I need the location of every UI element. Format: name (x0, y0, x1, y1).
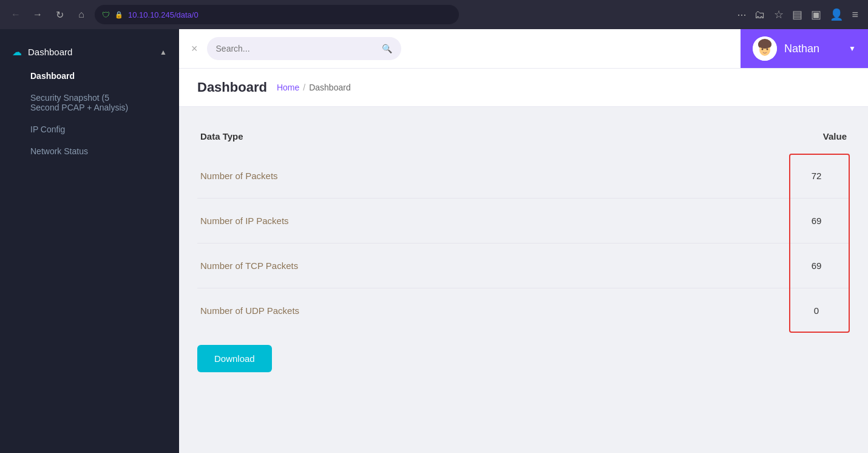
library-icon[interactable]: ▤ (790, 5, 805, 24)
user-name-label: Nathan (784, 43, 841, 55)
row-value-packets: 72 (786, 171, 847, 181)
url-text: 10.10.10.245/data/0 (128, 10, 198, 19)
svg-point-3 (762, 49, 764, 50)
table-row: Number of IP Packets 69 (197, 199, 850, 244)
top-bar: × 🔍 ⛶ (179, 29, 868, 69)
avatar (753, 36, 777, 61)
content-area: Data Type Value Number of Packets 72 Num… (179, 107, 868, 453)
breadcrumb: Home / Dashboard (277, 83, 351, 92)
page-header: Dashboard Home / Dashboard (179, 69, 868, 107)
sidebar-item-network-status[interactable]: Network Status (0, 140, 179, 162)
table-row: Number of UDP Packets 0 (197, 288, 850, 333)
page-title: Dashboard (197, 80, 267, 95)
avatar-image (753, 36, 777, 61)
user-chevron-icon: ▼ (849, 44, 856, 53)
address-bar[interactable]: 🛡 🔒 10.10.10.245/data/0 (95, 5, 459, 24)
url-host: 10.10.10.245 (128, 10, 174, 19)
search-input[interactable] (216, 44, 377, 53)
pocket-icon[interactable]: 🗂 (752, 6, 768, 24)
sidebar-items: Dashboard Security Snapshot (5Second PCA… (0, 63, 179, 165)
svg-point-5 (758, 40, 771, 49)
sidebar-item-security-snapshot[interactable]: Security Snapshot (5Second PCAP + Analys… (0, 87, 179, 118)
col-value: Value (823, 131, 847, 141)
star-icon[interactable]: ☆ (771, 5, 786, 24)
row-label-packets: Number of Packets (200, 171, 278, 181)
breadcrumb-home[interactable]: Home (277, 83, 299, 92)
table-header: Data Type Value (197, 125, 850, 154)
svg-point-4 (767, 49, 768, 50)
user-header[interactable]: Nathan ▼ (741, 29, 868, 68)
row-label-ip-packets: Number of IP Packets (200, 216, 289, 226)
url-path: /data/0 (174, 10, 198, 19)
search-icon: 🔍 (382, 44, 392, 53)
browser-actions: ··· 🗂 ☆ ▤ ▣ 👤 ≡ (734, 5, 861, 24)
browser-chrome: ← → ↻ ⌂ 🛡 🔒 10.10.10.245/data/0 ··· 🗂 ☆ … (0, 0, 868, 29)
app-layout: ☁ Dashboard ▲ Dashboard Security Snapsho… (0, 29, 868, 453)
download-button[interactable]: Download (197, 345, 272, 372)
main-content: × 🔍 ⛶ (179, 29, 868, 453)
sidebar-item-dashboard[interactable]: Dashboard (0, 65, 179, 87)
reload-button[interactable]: ↻ (51, 6, 68, 23)
shield-icon: 🛡 (102, 10, 110, 19)
home-button[interactable]: ⌂ (73, 6, 90, 23)
row-value-tcp-packets: 69 (786, 261, 847, 271)
table-row: Number of TCP Packets 69 (197, 244, 850, 288)
account-icon[interactable]: 👤 (827, 5, 846, 24)
sidebar-item-ip-config[interactable]: IP Config (0, 118, 179, 140)
row-value-ip-packets: 69 (786, 216, 847, 226)
col-data-type: Data Type (200, 131, 243, 141)
menu-icon[interactable]: ≡ (849, 6, 861, 24)
forward-button[interactable]: → (29, 6, 46, 23)
row-value-udp-packets: 0 (786, 305, 847, 316)
sidebar: ☁ Dashboard ▲ Dashboard Security Snapsho… (0, 29, 179, 453)
dashboard-icon: ☁ (12, 46, 22, 58)
back-button[interactable]: ← (7, 6, 24, 23)
sidebar-section-label: Dashboard (28, 47, 72, 57)
lock-icon: 🔒 (115, 11, 123, 19)
sidebar-section-title: ☁ Dashboard (12, 46, 72, 58)
sidebar-section-dashboard[interactable]: ☁ Dashboard ▲ (0, 41, 179, 63)
row-label-udp-packets: Number of UDP Packets (200, 305, 299, 316)
sidebar-chevron-icon: ▲ (160, 48, 167, 56)
more-button[interactable]: ··· (734, 6, 748, 24)
row-label-tcp-packets: Number of TCP Packets (200, 261, 298, 271)
search-bar[interactable]: 🔍 (207, 37, 401, 60)
reader-icon[interactable]: ▣ (809, 5, 824, 24)
table-body: Number of Packets 72 Number of IP Packet… (197, 154, 850, 333)
breadcrumb-current: Dashboard (309, 83, 351, 92)
breadcrumb-sep: / (303, 83, 305, 92)
close-icon[interactable]: × (191, 43, 198, 55)
table-row: Number of Packets 72 (197, 154, 850, 199)
